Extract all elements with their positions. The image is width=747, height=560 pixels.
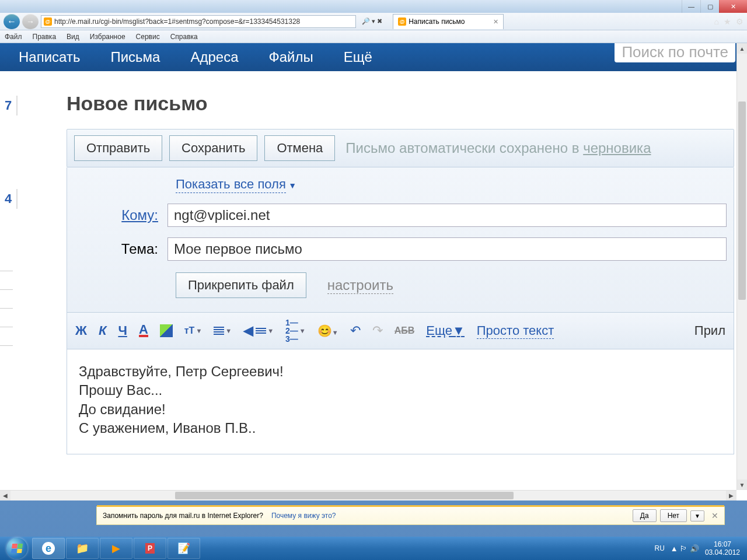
strike-icon[interactable]: АБВ [395, 326, 415, 336]
search-mail-input[interactable]: Поиск по почте [615, 43, 735, 62]
star-icon[interactable]: ★ [724, 17, 731, 26]
nav-files[interactable]: Файлы [268, 49, 313, 65]
ie-nav-toolbar: ← → @ http://e.mail.ru/cgi-bin/msglist?b… [0, 13, 747, 30]
font-size-icon[interactable]: тТ▼ [184, 326, 203, 336]
indent-icon[interactable]: ◀▼ [243, 323, 274, 338]
fields-wrap: Показать все поля ▼ Кому: Тема: Прикрепи… [67, 167, 734, 313]
scroll-down-icon[interactable]: ▼ [737, 480, 747, 490]
browser-tab[interactable]: @ Написать письмо ✕ [393, 14, 504, 29]
addr-controls[interactable]: 🔎 ▾ ✖ [358, 18, 386, 25]
taskbar-explorer-icon[interactable]: 📁 [66, 538, 99, 559]
body-line: С уважением, Иванов П.В.. [79, 419, 722, 438]
autosave-drafts-link[interactable]: черновика [583, 140, 651, 156]
body-line: Прошу Вас... [79, 381, 722, 400]
configure-link[interactable]: настроить [327, 277, 393, 294]
infobar-close-icon[interactable]: ✕ [711, 511, 718, 520]
show-all-fields-link[interactable]: Показать все поля [176, 177, 286, 193]
italic-icon[interactable]: К [99, 323, 107, 338]
nav-compose[interactable]: Написать [19, 49, 80, 65]
plain-text-link[interactable]: Просто текст [477, 323, 554, 339]
tab-favicon-icon: @ [398, 18, 406, 26]
scroll-left-icon[interactable]: ◀ [0, 491, 11, 501]
mailru-header: Написать Письма Адреса Файлы Ещё Поиск п… [0, 43, 747, 71]
window-minimize-button[interactable]: — [682, 0, 700, 13]
infobar-no-button[interactable]: Нет [660, 509, 687, 522]
address-bar[interactable]: @ http://e.mail.ru/cgi-bin/msglist?back=… [41, 15, 356, 28]
menu-view[interactable]: Вид [67, 33, 79, 41]
window-maximize-button[interactable]: ▢ [700, 0, 719, 13]
tray-lang[interactable]: RU [655, 544, 665, 552]
subject-field-row: Тема: [74, 237, 727, 261]
home-icon[interactable]: ⌂ [714, 17, 719, 26]
list-icon[interactable]: 1—2—3—▼ [285, 318, 306, 343]
password-save-infobar: Запомнить пароль для mail.ru в Internet … [96, 506, 725, 525]
scroll-h-thumb[interactable] [175, 492, 514, 499]
bold-icon[interactable]: Ж [75, 323, 87, 338]
window-titlebar: — ▢ ✕ [0, 0, 747, 13]
attach-row: Прикрепить файл настроить [176, 272, 727, 298]
font-color-icon[interactable]: А [139, 324, 148, 337]
undo-icon[interactable]: ↶ [350, 323, 361, 338]
to-label[interactable]: Кому: [74, 207, 167, 223]
menu-edit[interactable]: Правка [33, 33, 57, 41]
highlight-icon[interactable] [160, 324, 173, 337]
tab-title: Написать письмо [409, 18, 465, 26]
menu-service[interactable]: Сервис [136, 33, 160, 41]
tab-close-icon[interactable]: ✕ [493, 18, 498, 26]
gear-icon[interactable]: ⚙ [736, 17, 743, 26]
forward-button[interactable]: → [22, 14, 39, 29]
infobar-dropdown-icon[interactable]: ▼ [690, 510, 704, 522]
toolbar-more-link[interactable]: Еще▼ [426, 323, 465, 338]
save-button[interactable]: Сохранить [169, 135, 257, 161]
editor-toolbar: Ж К Ч А тТ▼ ▼ ◀▼ 1—2—3—▼ 😊▼ ↶ ↷ АБВ Еще▼… [67, 313, 734, 349]
taskbar-ie-icon[interactable]: e [32, 538, 65, 559]
window-close-button[interactable]: ✕ [719, 0, 747, 13]
ie-right-icons: ⌂ ★ ⚙ [714, 17, 743, 26]
tray-icons[interactable]: ▲ 🏳 🔊 [671, 544, 699, 553]
taskbar-notepad-icon[interactable]: 📝 [167, 538, 200, 559]
taskbar: e 📁 ▶ P 📝 RU ▲ 🏳 🔊 16:07 03.04.2012 [0, 537, 747, 560]
nav-more[interactable]: Ещё [344, 49, 372, 65]
gutter-number-4: 4 [0, 189, 18, 209]
taskbar-powerpoint-icon[interactable]: P [134, 538, 166, 559]
redo-icon[interactable]: ↷ [372, 323, 383, 338]
infobar-yes-button[interactable]: Да [633, 509, 657, 522]
align-icon[interactable]: ▼ [214, 327, 232, 335]
compose-button-row: Отправить Сохранить Отмена Письмо автома… [67, 129, 734, 167]
editor-body[interactable]: Здравствуйте, Петр Сергеевич! Прошу Вас.… [67, 349, 734, 454]
scroll-thumb[interactable] [738, 102, 746, 300]
send-button[interactable]: Отправить [74, 135, 162, 161]
body-line: До свидание! [79, 400, 722, 419]
url-text: http://e.mail.ru/cgi-bin/msglist?back=1#… [54, 18, 300, 26]
subject-input[interactable] [167, 237, 727, 261]
start-button[interactable] [2, 537, 32, 559]
infobar-why-link[interactable]: Почему я вижу это? [271, 512, 336, 520]
nav-addresses[interactable]: Адреса [190, 49, 238, 65]
tray-clock[interactable]: 16:07 03.04.2012 [705, 540, 740, 557]
content-area: Написать Письма Адреса Файлы Ещё Поиск п… [0, 43, 747, 501]
attachments-label: Прил [694, 323, 725, 338]
attach-file-button[interactable]: Прикрепить файл [176, 272, 306, 298]
autosave-text: Письмо автоматически сохранено в чернови… [345, 140, 651, 156]
back-button[interactable]: ← [4, 14, 20, 29]
compose-panel: Новое письмо Отправить Сохранить Отмена … [67, 92, 734, 454]
vertical-scrollbar[interactable]: ▲ ▼ [736, 43, 747, 490]
menu-file[interactable]: Файл [5, 33, 22, 41]
taskbar-media-icon[interactable]: ▶ [100, 538, 132, 559]
cancel-button[interactable]: Отмена [264, 135, 335, 161]
nav-letters[interactable]: Письма [110, 49, 160, 65]
favicon-icon: @ [44, 18, 52, 26]
horizontal-scrollbar[interactable]: ◀ ▶ [0, 490, 736, 501]
menu-help[interactable]: Справка [170, 33, 198, 41]
underline-icon[interactable]: Ч [118, 323, 127, 338]
ie-menu-bar: Файл Правка Вид Избранное Сервис Справка [0, 30, 747, 43]
infobar-text: Запомнить пароль для mail.ru в Internet … [103, 512, 263, 520]
system-tray: RU ▲ 🏳 🔊 16:07 03.04.2012 [655, 540, 745, 557]
emoji-icon[interactable]: 😊▼ [317, 324, 338, 338]
gutter-number-7: 7 [0, 96, 18, 116]
scroll-right-icon[interactable]: ▶ [726, 491, 736, 501]
menu-favorites[interactable]: Избранное [90, 33, 125, 41]
tabs-bar: @ Написать письмо ✕ [393, 14, 504, 29]
scroll-up-icon[interactable]: ▲ [737, 43, 747, 54]
to-input[interactable] [167, 204, 727, 227]
